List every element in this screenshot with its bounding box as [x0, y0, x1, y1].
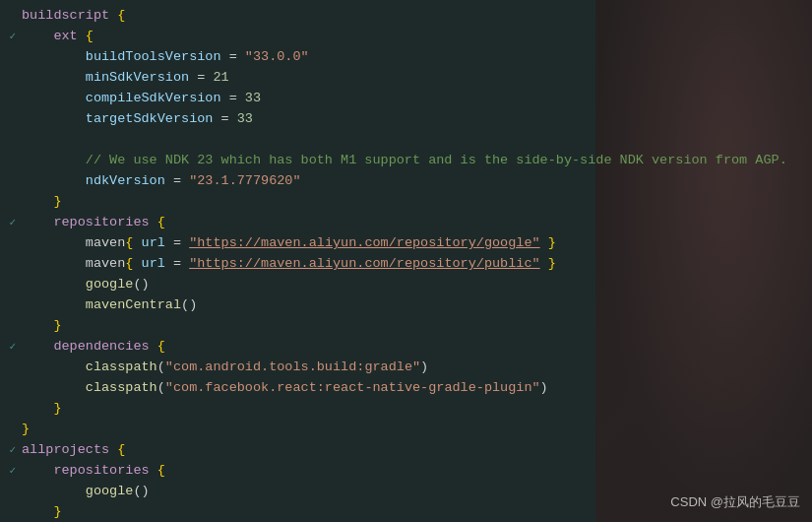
code-line: }: [0, 192, 812, 213]
token: }: [53, 401, 61, 416]
line-content: }: [18, 192, 812, 213]
token: =: [165, 173, 189, 188]
token: 33: [237, 111, 253, 126]
token: ): [540, 380, 548, 395]
token: {: [86, 29, 94, 43]
line-gutter: ✓: [0, 29, 18, 45]
code-line: google(): [0, 275, 812, 295]
token: ext: [53, 29, 85, 43]
line-content: ndkVersion = "23.1.7779620": [18, 171, 812, 192]
code-line: [0, 130, 812, 151]
token: "https://maven.aliyun.com/repository/goo…: [189, 235, 539, 250]
token: "33.0.0": [245, 49, 309, 64]
token: "com.android.tools.build:gradle": [165, 359, 420, 374]
token: "https://maven.aliyun.com/repository/pub…: [189, 256, 539, 271]
line-content: [18, 130, 812, 151]
token: targetSdkVersion: [86, 111, 214, 126]
code-line: minSdkVersion = 21: [0, 68, 812, 89]
watermark: CSDN @拉风的毛豆豆: [670, 492, 800, 512]
code-line: ndkVersion = "23.1.7779620": [0, 171, 812, 192]
token: url: [142, 256, 165, 271]
line-content: targetSdkVersion = 33: [18, 109, 812, 130]
code-line: }: [0, 420, 812, 440]
token: classpath: [86, 359, 157, 374]
token: {: [157, 463, 165, 478]
line-content: }: [18, 399, 812, 420]
token: }: [540, 235, 556, 250]
line-content: dependencies {: [18, 337, 812, 358]
line-content: classpath("com.facebook.react:react-nati…: [18, 378, 812, 399]
token: compileSdkVersion: [86, 91, 221, 105]
line-content: maven{ url = "https://maven.aliyun.com/r…: [18, 233, 812, 254]
token: 33: [245, 91, 261, 105]
token: =: [189, 70, 213, 85]
line-content: ext {: [18, 27, 812, 47]
line-content: buildscript {: [18, 6, 812, 27]
token: maven: [86, 256, 126, 271]
code-line: mavenCentral(): [0, 295, 812, 316]
token: minSdkVersion: [86, 70, 189, 85]
token: repositories: [53, 215, 156, 229]
token: }: [53, 504, 61, 519]
token: dependencies: [53, 339, 156, 354]
line-content: classpath("com.android.tools.build:gradl…: [18, 358, 812, 378]
line-content: repositories {: [18, 461, 812, 482]
token: {: [157, 339, 165, 354]
code-line: classpath("com.facebook.react:react-nati…: [0, 378, 812, 399]
token: =: [221, 49, 245, 64]
code-line: }: [0, 316, 812, 337]
line-gutter: ✓: [0, 442, 18, 459]
token: repositories: [53, 463, 156, 478]
token: }: [540, 256, 556, 271]
token: buildToolsVersion: [86, 49, 221, 64]
line-content: // We use NDK 23 which has both M1 suppo…: [18, 151, 812, 171]
token: (): [133, 277, 149, 292]
code-line: ✓ dependencies {: [0, 337, 812, 358]
line-content: google(): [18, 275, 812, 295]
token: ndkVersion: [86, 173, 165, 188]
token: "23.1.7779620": [189, 173, 300, 188]
token: }: [22, 422, 30, 436]
code-line: classpath("com.android.tools.build:gradl…: [0, 358, 812, 378]
token: buildscript: [22, 8, 117, 23]
token: (): [181, 297, 197, 312]
token: {: [125, 235, 141, 250]
line-content: maven{ url = "https://maven.aliyun.com/r…: [18, 254, 812, 275]
token: (: [157, 359, 165, 374]
code-line: }: [0, 399, 812, 420]
line-content: }: [18, 420, 812, 440]
token: allprojects: [22, 442, 117, 457]
token: {: [157, 215, 165, 229]
token: // We use NDK 23 which has both M1 suppo…: [86, 153, 787, 167]
token: google: [86, 484, 134, 498]
token: ): [420, 359, 428, 374]
code-line: ✓ repositories {: [0, 461, 812, 482]
token: {: [125, 256, 141, 271]
token: (): [133, 484, 149, 498]
code-line: ✓allprojects {: [0, 440, 812, 461]
token: 21: [213, 70, 228, 85]
token: }: [53, 318, 61, 333]
line-content: }: [18, 316, 812, 337]
code-line: // We use NDK 23 which has both M1 suppo…: [0, 151, 812, 171]
token: google: [86, 277, 134, 292]
line-gutter: ✓: [0, 463, 18, 480]
line-gutter: ✓: [0, 215, 18, 231]
code-line: targetSdkVersion = 33: [0, 109, 812, 130]
line-content: mavenCentral(): [18, 295, 812, 316]
code-line: buildscript {: [0, 6, 812, 27]
token: classpath: [86, 380, 157, 395]
code-editor: buildscript {✓ ext { buildToolsVersion =…: [0, 0, 812, 522]
token: =: [165, 256, 189, 271]
token: {: [117, 8, 125, 23]
token: maven: [86, 235, 126, 250]
code-line: ✓ repositories {: [0, 213, 812, 233]
line-gutter: ✓: [0, 339, 18, 356]
token: (: [157, 380, 165, 395]
token: =: [221, 91, 245, 105]
token: "com.facebook.react:react-native-gradle-…: [165, 380, 540, 395]
token: =: [165, 235, 189, 250]
line-content: repositories {: [18, 213, 812, 233]
code-line: maven{ url = "https://maven.aliyun.com/r…: [0, 254, 812, 275]
token: {: [117, 442, 125, 457]
